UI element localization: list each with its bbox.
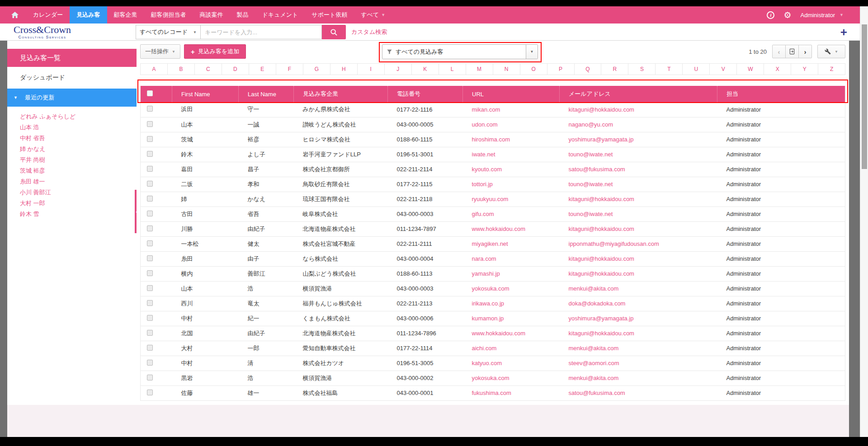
cell-url-link[interactable]: irikawa.co.jp — [472, 300, 505, 307]
sidebar-item-dashboard[interactable]: ダッシュボード — [7, 67, 137, 89]
nav-item[interactable]: 顧客側担当者 ▼ — [144, 6, 193, 23]
recent-record-link[interactable]: 山本 浩 — [7, 122, 137, 133]
table-row[interactable]: 二坂 孝和 鳥取砂丘有限会社 0177-22-1115 tottori.jp t… — [141, 177, 845, 192]
cell-url-link[interactable]: yokosuka.com — [472, 375, 509, 381]
table-row[interactable]: 西川 竜太 福井もんじゅ株式会社 022-211-2113 irikawa.co… — [141, 296, 845, 311]
cell-email-link[interactable]: touno@iwate.net — [569, 211, 613, 217]
table-row[interactable]: 佐藤 雄一 株式会社福島 043-000-0001 fukushima.com … — [141, 385, 845, 400]
logo[interactable]: Cross&Crown Consulting Services — [14, 25, 71, 39]
table-row[interactable]: 大村 一郎 愛知自動車株式会社 0177-22-1114 aichi.com m… — [141, 341, 845, 356]
alphabet-letter[interactable]: M — [466, 63, 493, 75]
table-row[interactable]: 中村 紀一 くまもん株式会社 043-000-0006 kumamon.jp y… — [141, 311, 845, 326]
row-checkbox[interactable] — [147, 181, 153, 187]
chevron-down-icon[interactable]: ▼ — [526, 45, 538, 59]
table-row[interactable]: 姉 かなえ 琉球王国有限会社 022-211-2118 ryuukyuu.com… — [141, 192, 845, 207]
cell-email-link[interactable]: kitaguni@hokkaidou.com — [569, 330, 634, 337]
alphabet-letter[interactable]: A — [140, 63, 168, 75]
table-row[interactable]: 黒岩 浩 横須賀漁港 043-000-0002 yokosuka.com men… — [141, 371, 845, 385]
table-row[interactable]: 鈴木 よし子 岩手河童ファンドLLP 0196-51-3001 iwate.ne… — [141, 147, 845, 162]
table-row[interactable]: 一本松 健太 株式会社宮城不動産 022-211-2111 miyagiken.… — [141, 236, 845, 251]
cell-email-link[interactable]: menkui@akita.com — [569, 285, 619, 292]
row-checkbox[interactable] — [147, 225, 153, 231]
cell-url-link[interactable]: yokosuka.com — [472, 285, 509, 292]
cell-url-link[interactable]: kumamon.jp — [472, 315, 504, 322]
row-checkbox[interactable] — [147, 330, 153, 336]
info-icon[interactable]: i — [767, 11, 774, 19]
cell-email-link[interactable]: nagano@yu.com — [569, 121, 613, 128]
alphabet-letter[interactable]: F — [276, 63, 303, 75]
alphabet-letter[interactable]: N — [493, 63, 520, 75]
column-header-phone[interactable]: 電話番号 — [388, 86, 463, 102]
nav-item[interactable]: 見込み客 ▼ — [70, 6, 107, 23]
gear-icon[interactable]: ⚙ — [783, 11, 791, 19]
alphabet-letter[interactable]: U — [682, 63, 710, 75]
cell-url-link[interactable]: aichi.com — [472, 345, 497, 352]
recent-record-link[interactable]: 平井 尚樹 — [7, 155, 137, 165]
table-row[interactable]: 浜田 守一 みかん県株式会社 0177-22-1116 mikan.com ki… — [141, 102, 845, 117]
column-header-company[interactable]: 見込み客企業 — [294, 86, 388, 102]
row-checkbox[interactable] — [147, 106, 153, 112]
cell-email-link[interactable]: kitaguni@hokkaidou.com — [569, 270, 634, 277]
recent-record-link[interactable]: 中村 省吾 — [7, 133, 137, 144]
cell-email-link[interactable]: yoshimura@yamagata.jp — [569, 315, 634, 322]
page-scrollbar[interactable] — [860, 6, 868, 437]
row-checkbox[interactable] — [147, 211, 153, 216]
table-row[interactable]: 古田 省吾 岐阜株式会社 043-000-0003 gifu.com touno… — [141, 207, 845, 221]
row-checkbox[interactable] — [147, 270, 153, 276]
row-checkbox[interactable] — [147, 360, 153, 366]
cell-url-link[interactable]: ryuukyuu.com — [472, 196, 509, 202]
sidebar-item-leads-list[interactable]: 見込み客一覧 — [7, 49, 137, 67]
alphabet-letter[interactable]: S — [628, 63, 656, 75]
alphabet-letter[interactable]: O — [520, 63, 547, 75]
cell-email-link[interactable]: menkui@akita.com — [569, 345, 619, 352]
recent-record-link[interactable]: 茨城 裕彦 — [7, 165, 137, 176]
nav-item[interactable]: すべて ▼ — [354, 6, 392, 23]
nav-item[interactable]: 製品 ▼ — [230, 6, 255, 23]
recent-record-link[interactable]: 糸田 雄一 — [7, 176, 137, 187]
cell-email-link[interactable]: doka@dokadoka.com — [569, 300, 626, 307]
cell-url-link[interactable]: www.hokkaidou.com — [472, 225, 526, 232]
cell-url-link[interactable]: yamashi.jp — [472, 270, 500, 277]
cell-url-link[interactable]: kyouto.com — [472, 166, 502, 173]
nav-item[interactable]: ドキュメント ▼ — [255, 6, 305, 23]
sidebar-item-recent-updates[interactable]: ▼ 最近の更新 — [7, 89, 137, 107]
row-checkbox[interactable] — [147, 166, 153, 172]
table-row[interactable]: 山本 浩 横須賀漁港 043-000-0003 yokosuka.com men… — [141, 281, 845, 296]
bulk-actions-button[interactable]: 一括操作 ▼ — [140, 44, 180, 59]
cell-url-link[interactable]: tottori.jp — [472, 181, 493, 188]
cell-email-link[interactable]: ipponmathu@miyagifudousan.com — [569, 240, 659, 247]
custom-search-link[interactable]: カスタム検索 — [351, 28, 387, 36]
recent-record-link[interactable]: 大村 一郎 — [7, 198, 137, 209]
nav-item[interactable]: カレンダー ▼ — [26, 6, 70, 23]
row-checkbox[interactable] — [147, 285, 153, 291]
alphabet-letter[interactable]: K — [411, 63, 439, 75]
row-checkbox[interactable] — [147, 345, 153, 351]
cell-email-link[interactable]: satou@fukusima.com — [569, 166, 625, 173]
cell-url-link[interactable]: katyuo.com — [472, 360, 502, 366]
column-header-url[interactable]: URL — [463, 86, 560, 102]
alphabet-letter[interactable]: D — [222, 63, 249, 75]
column-header-assigned[interactable]: 担当 — [717, 86, 845, 102]
row-checkbox[interactable] — [147, 196, 153, 202]
row-checkbox[interactable] — [147, 151, 153, 157]
cell-url-link[interactable]: fukushima.com — [472, 390, 511, 396]
cell-email-link[interactable]: touno@iwate.net — [569, 151, 613, 158]
alphabet-letter[interactable]: X — [764, 63, 791, 75]
alphabet-letter[interactable]: I — [357, 63, 385, 75]
cell-email-link[interactable]: satou@fukusima.com — [569, 390, 625, 396]
recent-record-link[interactable]: 鈴木 雪 — [7, 209, 137, 220]
alphabet-letter[interactable]: T — [655, 63, 683, 75]
recent-record-link[interactable]: 小川 善部江 — [7, 187, 137, 198]
alphabet-letter[interactable]: L — [439, 63, 466, 75]
alphabet-letter[interactable]: W — [736, 63, 764, 75]
row-checkbox[interactable] — [147, 136, 153, 142]
nav-item[interactable]: 顧客企業 ▼ — [107, 6, 144, 23]
cell-email-link[interactable]: kitaguni@hokkaidou.com — [569, 106, 634, 113]
column-header-email[interactable]: メールアドレス — [560, 86, 717, 102]
nav-item[interactable]: サポート依頼 ▼ — [305, 6, 354, 23]
quick-create-button[interactable]: + — [840, 26, 847, 38]
row-checkbox[interactable] — [147, 390, 153, 395]
alphabet-letter[interactable]: P — [547, 63, 575, 75]
row-checkbox[interactable] — [147, 315, 153, 321]
row-checkbox[interactable] — [147, 300, 153, 306]
